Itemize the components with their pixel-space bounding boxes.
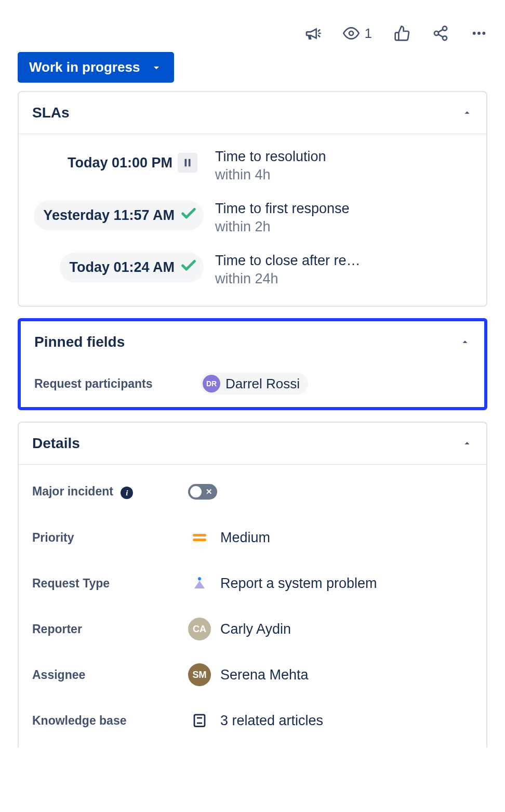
eye-icon <box>343 25 360 42</box>
assignee-value-cell[interactable]: SM Serena Mehta <box>188 663 309 686</box>
participant-chip[interactable]: DR Darrel Rossi <box>201 373 308 395</box>
pinned-fields-header[interactable]: Pinned fields <box>21 321 484 363</box>
toggle-off-indicator: ✕ <box>206 487 212 496</box>
more-actions-button[interactable] <box>471 25 487 42</box>
sla-row: Today 01:00 PM Time to resolution within… <box>32 149 473 183</box>
slas-panel-header[interactable]: SLAs <box>19 92 486 134</box>
chevron-down-icon <box>150 61 163 74</box>
sla-time: Today 01:24 AM <box>69 259 175 276</box>
details-header[interactable]: Details <box>19 423 486 465</box>
check-icon <box>180 257 197 274</box>
watch-count: 1 <box>365 25 372 42</box>
toggle-knob <box>190 486 202 497</box>
more-horizontal-icon <box>471 25 487 42</box>
detail-row-reporter: Reporter CA Carly Aydin <box>32 618 473 640</box>
chevron-up-icon <box>461 438 473 449</box>
sla-within: within 4h <box>215 167 473 183</box>
request-type-label: Request Type <box>32 577 188 591</box>
pinned-fields-panel: Pinned fields Request participants DR Da… <box>18 318 487 410</box>
detail-row-knowledge-base: Knowledge base 3 related articles <box>32 709 473 732</box>
avatar: SM <box>188 663 211 686</box>
slas-title: SLAs <box>32 104 70 121</box>
thumbs-up-icon <box>394 25 410 42</box>
status-label: Work in progress <box>29 59 140 75</box>
svg-point-6 <box>473 32 476 35</box>
svg-rect-9 <box>185 159 187 167</box>
avatar: DR <box>203 375 220 392</box>
check-icon <box>180 205 197 222</box>
knowledge-base-value-cell[interactable]: 3 related articles <box>188 713 323 729</box>
share-button[interactable] <box>432 25 449 42</box>
major-incident-toggle[interactable]: ✕ <box>188 484 217 500</box>
priority-label: Priority <box>32 531 188 545</box>
reporter-name: Carly Aydin <box>220 621 291 637</box>
sla-row: Today 01:24 AM Time to close after re… w… <box>32 253 473 287</box>
info-icon[interactable]: i <box>121 487 133 499</box>
sla-name: Time to resolution <box>215 149 473 165</box>
detail-row-priority: Priority Medium <box>32 526 473 549</box>
sla-time: Yesterday 11:57 AM <box>43 207 175 224</box>
book-icon <box>192 713 207 728</box>
details-panel: Details Major incident i ✕ Priori <box>18 422 487 748</box>
issue-toolbar: 1 <box>0 0 505 52</box>
details-body: Major incident i ✕ Priority <box>19 465 486 748</box>
chevron-up-icon <box>459 336 471 348</box>
priority-value: Medium <box>220 530 270 546</box>
sla-time: Today 01:00 PM <box>68 155 172 171</box>
sla-time-pill: Today 01:24 AM <box>60 253 204 282</box>
request-type-value-cell[interactable]: Report a system problem <box>188 575 377 592</box>
priority-value-cell[interactable]: Medium <box>188 530 270 546</box>
svg-point-7 <box>477 32 481 35</box>
status-dropdown[interactable]: Work in progress <box>18 52 174 83</box>
knowledge-base-value: 3 related articles <box>220 713 323 729</box>
sla-time-pill: Yesterday 11:57 AM <box>34 201 204 230</box>
details-title: Details <box>32 435 80 452</box>
sla-within: within 24h <box>215 271 473 287</box>
detail-row-assignee: Assignee SM Serena Mehta <box>32 663 473 686</box>
detail-row-major-incident: Major incident i ✕ <box>32 480 473 503</box>
request-type-icon <box>192 575 207 591</box>
major-incident-label: Major incident i <box>32 484 188 500</box>
megaphone-icon <box>304 25 321 42</box>
svg-line-4 <box>438 34 443 37</box>
assignee-name: Serena Mehta <box>220 667 309 683</box>
reporter-value-cell[interactable]: CA Carly Aydin <box>188 618 291 640</box>
svg-line-5 <box>438 30 443 32</box>
detail-row-request-type: Request Type Report a system problem <box>32 572 473 595</box>
reporter-label: Reporter <box>32 622 188 636</box>
slas-panel: SLAs Today 01:00 PM <box>18 91 487 307</box>
svg-point-11 <box>198 577 201 580</box>
request-participants-label: Request participants <box>34 377 190 391</box>
svg-point-8 <box>482 32 485 35</box>
watch-button[interactable]: 1 <box>343 25 372 42</box>
share-icon <box>432 25 449 42</box>
sla-name: Time to first response <box>215 201 473 217</box>
sla-done-badge <box>180 257 197 278</box>
request-type-value: Report a system problem <box>220 575 377 592</box>
svg-point-2 <box>434 31 438 35</box>
priority-medium-icon <box>193 534 206 541</box>
assignee-label: Assignee <box>32 668 188 682</box>
sla-pause-badge <box>178 153 197 173</box>
sla-row: Yesterday 11:57 AM Time to first respons… <box>32 201 473 235</box>
feedback-button[interactable] <box>304 25 321 42</box>
svg-rect-12 <box>194 715 205 727</box>
sla-name: Time to close after re… <box>215 253 473 269</box>
sla-within: within 2h <box>215 219 473 235</box>
svg-point-0 <box>349 31 353 35</box>
pause-icon <box>182 157 193 168</box>
vote-button[interactable] <box>394 25 410 42</box>
sla-done-badge <box>180 205 197 226</box>
participant-name: Darrel Rossi <box>225 376 300 392</box>
knowledge-base-label: Knowledge base <box>32 714 188 728</box>
svg-rect-10 <box>189 159 191 167</box>
pinned-fields-title: Pinned fields <box>34 334 125 350</box>
avatar: CA <box>188 618 211 640</box>
sla-time-pill: Today 01:00 PM <box>58 149 204 177</box>
pinned-fields-body: Request participants DR Darrel Rossi <box>21 363 484 407</box>
slas-body: Today 01:00 PM Time to resolution within… <box>19 134 486 306</box>
svg-point-1 <box>443 27 447 31</box>
chevron-up-icon <box>461 107 473 119</box>
svg-point-3 <box>443 36 447 40</box>
